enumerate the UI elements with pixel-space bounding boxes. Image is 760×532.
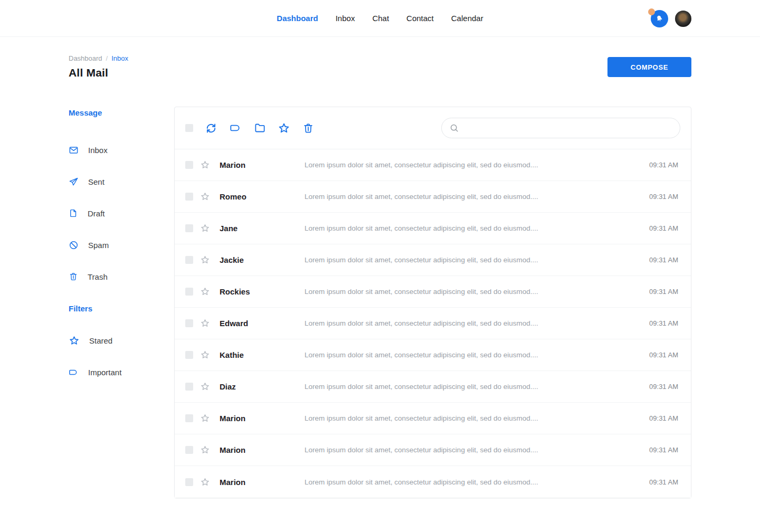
mail-row[interactable]: Marion Lorem ipsum dolor sit amet, conse… bbox=[175, 149, 691, 181]
bell-icon bbox=[654, 13, 665, 24]
notification-dot bbox=[648, 8, 655, 15]
mail-sender: Marion bbox=[220, 414, 305, 423]
mail-time: 09:31 AM bbox=[649, 478, 678, 486]
trash-icon bbox=[302, 122, 314, 134]
star-icon[interactable] bbox=[200, 287, 210, 297]
mail-time: 09:31 AM bbox=[649, 193, 678, 201]
mail-time: 09:31 AM bbox=[649, 288, 678, 296]
mail-row[interactable]: Kathie Lorem ipsum dolor sit amet, conse… bbox=[175, 339, 691, 371]
row-checkbox[interactable] bbox=[185, 478, 193, 486]
mail-preview: Lorem ipsum dolor sit amet, consectetur … bbox=[305, 193, 641, 201]
sidebar-item-label: Inbox bbox=[88, 146, 108, 155]
mail-row[interactable]: Edward Lorem ipsum dolor sit amet, conse… bbox=[175, 308, 691, 339]
trash-icon bbox=[69, 272, 78, 281]
breadcrumb-dashboard[interactable]: Dashboard bbox=[69, 54, 102, 62]
sidebar-item-draft[interactable]: Draft bbox=[69, 197, 174, 229]
avatar[interactable] bbox=[675, 11, 691, 27]
star-icon[interactable] bbox=[200, 382, 210, 392]
breadcrumb-separator: / bbox=[106, 54, 108, 62]
breadcrumb: Dashboard / Inbox bbox=[69, 54, 128, 62]
mail-row[interactable]: Jane Lorem ipsum dolor sit amet, consect… bbox=[175, 213, 691, 244]
mail-time: 09:31 AM bbox=[649, 383, 678, 391]
breadcrumb-inbox[interactable]: Inbox bbox=[111, 54, 128, 62]
sidebar-section-filters: Filters bbox=[69, 304, 174, 313]
sidebar-item-sent[interactable]: Sent bbox=[69, 166, 174, 197]
mail-row[interactable]: Jackie Lorem ipsum dolor sit amet, conse… bbox=[175, 244, 691, 276]
mail-preview: Lorem ipsum dolor sit amet, consectetur … bbox=[305, 351, 641, 359]
select-all-checkbox[interactable] bbox=[185, 124, 193, 132]
star-icon bbox=[69, 335, 80, 346]
draft-icon bbox=[69, 208, 78, 218]
sidebar-item-stared[interactable]: Stared bbox=[69, 325, 174, 356]
row-checkbox[interactable] bbox=[185, 288, 193, 296]
mail-row[interactable]: Marion Lorem ipsum dolor sit amet, conse… bbox=[175, 434, 691, 466]
mail-preview: Lorem ipsum dolor sit amet, consectetur … bbox=[305, 256, 641, 264]
star-icon[interactable] bbox=[200, 318, 210, 328]
row-checkbox[interactable] bbox=[185, 351, 193, 359]
mail-time: 09:31 AM bbox=[649, 224, 678, 232]
star-icon[interactable] bbox=[200, 223, 210, 233]
mail-preview: Lorem ipsum dolor sit amet, consectetur … bbox=[305, 224, 641, 232]
sidebar-section-message: Message bbox=[69, 108, 174, 117]
mail-preview: Lorem ipsum dolor sit amet, consectetur … bbox=[305, 288, 641, 296]
sidebar-item-important[interactable]: Important bbox=[69, 356, 174, 388]
mail-sender: Romeo bbox=[220, 192, 305, 201]
row-checkbox[interactable] bbox=[185, 446, 193, 454]
star-icon[interactable] bbox=[200, 255, 210, 265]
compose-button[interactable]: COMPOSE bbox=[607, 57, 691, 77]
mail-list-card: Marion Lorem ipsum dolor sit amet, conse… bbox=[174, 107, 691, 498]
nav-item-dashboard[interactable]: Dashboard bbox=[277, 14, 318, 23]
row-checkbox[interactable] bbox=[185, 319, 193, 327]
sidebar-item-spam[interactable]: Spam bbox=[69, 229, 174, 261]
mail-row[interactable]: Rockies Lorem ipsum dolor sit amet, cons… bbox=[175, 276, 691, 308]
star-icon[interactable] bbox=[200, 160, 210, 170]
sidebar: Message Inbox Sent Draft Spam bbox=[69, 107, 174, 388]
nav-item-chat[interactable]: Chat bbox=[372, 14, 389, 23]
star-icon[interactable] bbox=[200, 413, 210, 423]
mail-row[interactable]: Marion Lorem ipsum dolor sit amet, conse… bbox=[175, 466, 691, 498]
mail-time: 09:31 AM bbox=[649, 414, 678, 422]
notification-bell-button[interactable] bbox=[651, 10, 668, 27]
nav-item-calendar[interactable]: Calendar bbox=[451, 14, 483, 23]
spam-icon bbox=[69, 240, 79, 250]
star-icon[interactable] bbox=[200, 477, 210, 487]
row-checkbox[interactable] bbox=[185, 256, 193, 264]
sidebar-item-inbox[interactable]: Inbox bbox=[69, 134, 174, 166]
row-checkbox[interactable] bbox=[185, 414, 193, 422]
row-checkbox[interactable] bbox=[185, 161, 193, 169]
star-icon bbox=[278, 122, 290, 135]
row-checkbox[interactable] bbox=[185, 193, 193, 201]
nav-item-contact[interactable]: Contact bbox=[406, 14, 434, 23]
star-icon[interactable] bbox=[200, 192, 210, 202]
star-icon[interactable] bbox=[200, 350, 210, 360]
label-button[interactable] bbox=[229, 121, 242, 135]
folder-button[interactable] bbox=[253, 121, 267, 135]
mail-sender: Marion bbox=[220, 445, 305, 454]
search-input[interactable] bbox=[464, 124, 672, 132]
delete-button[interactable] bbox=[301, 121, 315, 135]
mail-row[interactable]: Marion Lorem ipsum dolor sit amet, conse… bbox=[175, 403, 691, 434]
mail-sender: Diaz bbox=[220, 382, 305, 391]
star-button[interactable] bbox=[277, 121, 291, 135]
row-checkbox[interactable] bbox=[185, 224, 193, 232]
mail-preview: Lorem ipsum dolor sit amet, consectetur … bbox=[305, 383, 641, 391]
sidebar-item-trash[interactable]: Trash bbox=[69, 261, 174, 292]
refresh-button[interactable] bbox=[204, 121, 218, 135]
send-icon bbox=[69, 177, 79, 187]
mail-preview: Lorem ipsum dolor sit amet, consectetur … bbox=[305, 446, 641, 454]
nav-item-inbox[interactable]: Inbox bbox=[336, 14, 355, 23]
search-icon bbox=[449, 123, 459, 133]
mail-row[interactable]: Diaz Lorem ipsum dolor sit amet, consect… bbox=[175, 371, 691, 403]
row-checkbox[interactable] bbox=[185, 383, 193, 391]
label-icon bbox=[69, 367, 79, 377]
mail-sender: Rockies bbox=[220, 287, 305, 296]
mail-time: 09:31 AM bbox=[649, 351, 678, 359]
mail-toolbar bbox=[175, 107, 691, 149]
mail-row[interactable]: Romeo Lorem ipsum dolor sit amet, consec… bbox=[175, 181, 691, 213]
page-title: All Mail bbox=[69, 66, 128, 79]
mail-time: 09:31 AM bbox=[649, 446, 678, 454]
sidebar-item-label: Spam bbox=[88, 241, 109, 250]
sidebar-item-label: Trash bbox=[88, 272, 108, 281]
mail-icon bbox=[69, 145, 79, 155]
star-icon[interactable] bbox=[200, 445, 210, 455]
